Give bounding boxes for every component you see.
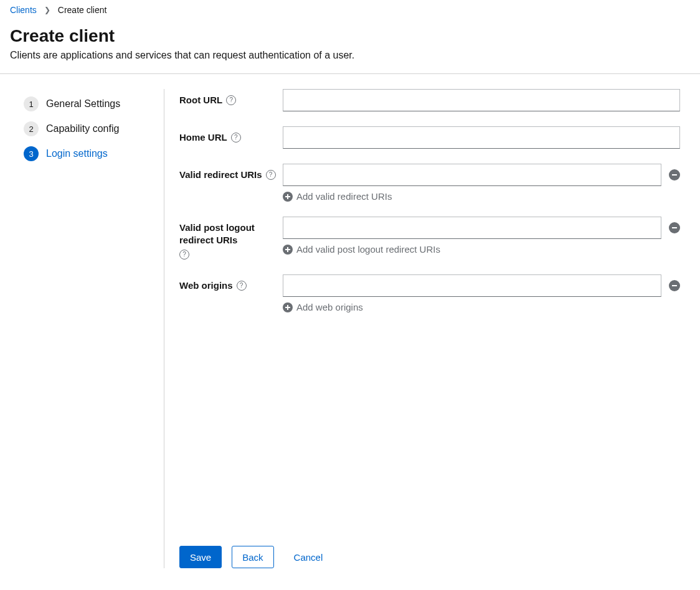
chevron-right-icon: ❯ [44,6,50,14]
plus-circle-icon [283,245,293,255]
label-root-url: Root URL [179,94,222,106]
label-valid-post-logout-redirect-uris: Valid post logout redirect URIs [179,222,283,246]
remove-button[interactable] [669,169,680,180]
add-link-label: Add web origins [296,302,363,312]
step-number-badge: 1 [24,96,39,111]
label-home-url: Home URL [179,131,227,144]
breadcrumb-link-clients[interactable]: Clients [10,5,37,15]
input-valid-redirect-uri[interactable] [283,164,661,186]
breadcrumb: Clients ❯ Create client [10,5,690,15]
wizard-step-login-settings[interactable]: 3 Login settings [10,141,164,166]
remove-button[interactable] [669,280,680,291]
step-label: General Settings [46,98,120,110]
page-description: Clients are applications and services th… [10,50,690,61]
help-icon[interactable]: ? [237,281,247,291]
save-button[interactable]: Save [179,546,222,568]
help-icon[interactable]: ? [266,170,276,180]
remove-button[interactable] [669,222,680,233]
add-link-label: Add valid post logout redirect URIs [296,244,440,255]
add-web-origins-link[interactable]: Add web origins [283,302,680,312]
help-icon[interactable]: ? [231,133,241,143]
wizard-nav: 1 General Settings 2 Capability config 3… [10,89,164,568]
label-valid-redirect-uris: Valid redirect URIs [179,169,262,181]
step-number-badge: 3 [24,146,39,161]
cancel-button[interactable]: Cancel [284,546,333,568]
label-web-origins: Web origins [179,279,233,292]
step-label: Capability config [46,123,119,134]
add-link-label: Add valid redirect URIs [296,191,392,202]
input-valid-post-logout-redirect-uri[interactable] [283,217,661,239]
wizard-footer: Save Back Cancel [179,536,680,568]
help-icon[interactable]: ? [226,95,236,105]
wizard-step-general-settings[interactable]: 1 General Settings [10,91,164,116]
wizard-step-capability-config[interactable]: 2 Capability config [10,116,164,141]
plus-circle-icon [283,192,293,202]
add-valid-post-logout-redirect-uris-link[interactable]: Add valid post logout redirect URIs [283,244,680,255]
plus-circle-icon [283,302,293,312]
help-icon[interactable]: ? [179,250,189,260]
input-web-origin[interactable] [283,274,661,297]
input-home-url[interactable] [283,126,680,149]
step-label: Login settings [46,148,108,159]
breadcrumb-current: Create client [58,5,107,15]
step-number-badge: 2 [24,121,39,136]
page-title: Create client [10,26,690,46]
input-root-url[interactable] [283,89,680,111]
add-valid-redirect-uris-link[interactable]: Add valid redirect URIs [283,191,680,202]
back-button[interactable]: Back [232,546,273,568]
